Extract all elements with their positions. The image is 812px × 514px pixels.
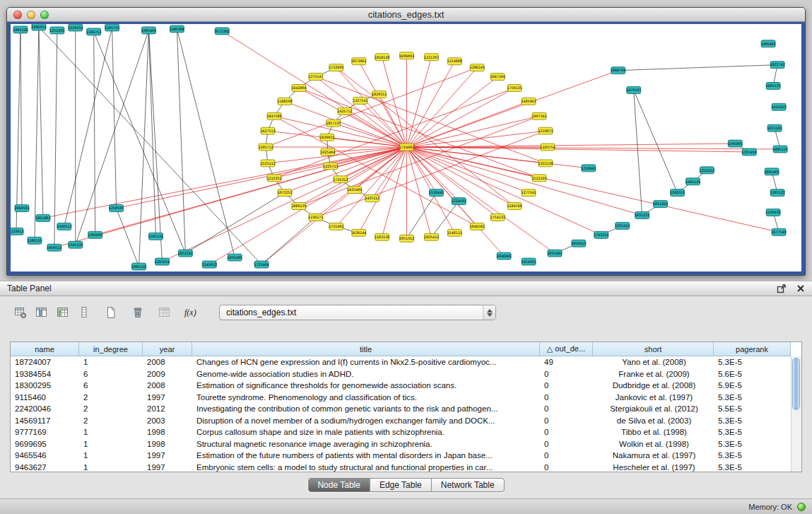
- network-node[interactable]: 1103754: [540, 144, 555, 151]
- network-node[interactable]: 1905405: [761, 40, 776, 47]
- table-row[interactable]: 911546021997Tourette syndrome. Phenomeno…: [11, 392, 791, 404]
- network-node[interactable]: 1850415: [571, 240, 586, 247]
- network-node[interactable]: 1655105: [767, 124, 782, 132]
- network-node[interactable]: 1035405: [228, 254, 242, 261]
- network-node[interactable]: 1550254: [68, 24, 83, 31]
- import-table-button[interactable]: [54, 303, 72, 322]
- table-row[interactable]: 977716911998Corpus callosum shape and si…: [11, 426, 791, 438]
- network-node[interactable]: 1219873: [538, 127, 553, 134]
- network-node[interactable]: 1505132: [148, 233, 163, 240]
- network-node[interactable]: 1822742: [770, 62, 785, 69]
- network-node[interactable]: 1605405: [765, 168, 779, 175]
- network-node[interactable]: 1224501: [452, 198, 466, 205]
- table-row[interactable]: 1872400712008Changes of HCN gene express…: [11, 356, 791, 368]
- network-node[interactable]: 1847580: [267, 112, 282, 119]
- tab-edge-table[interactable]: Edge Table: [370, 479, 432, 491]
- column-header[interactable]: pagerank: [714, 342, 791, 356]
- network-node[interactable]: 1210845: [581, 165, 596, 172]
- network-node[interactable]: 1184760: [507, 203, 522, 210]
- network-node[interactable]: 1857135: [326, 119, 341, 127]
- network-node[interactable]: 1327541: [353, 97, 367, 104]
- table-row[interactable]: 946362711997Embryonic stem cells: a mode…: [11, 462, 791, 473]
- network-node[interactable]: 2086954: [31, 24, 46, 30]
- close-window-button[interactable]: [13, 11, 22, 19]
- network-node[interactable]: 1250505: [109, 205, 124, 212]
- zoom-window-button[interactable]: [40, 11, 49, 19]
- network-node[interactable]: 1425712: [337, 107, 352, 115]
- network-node[interactable]: 1097341: [532, 112, 547, 119]
- network-node[interactable]: 1221397: [424, 54, 439, 61]
- network-node[interactable]: 1851261: [653, 201, 668, 208]
- network-node[interactable]: 1925404: [320, 148, 335, 156]
- network-node[interactable]: 1724082: [399, 144, 414, 151]
- function-builder-button[interactable]: f(x): [182, 303, 201, 322]
- network-node[interactable]: 1073253: [277, 189, 292, 197]
- table-row[interactable]: 1830029562008Estimation of significance …: [11, 380, 791, 392]
- table-settings-button[interactable]: [11, 303, 30, 322]
- network-node[interactable]: 1852241: [178, 250, 193, 257]
- network-node[interactable]: 1518445: [429, 189, 444, 197]
- network-node[interactable]: 1225713: [323, 163, 338, 170]
- network-node[interactable]: 1679197: [626, 86, 641, 93]
- network-node[interactable]: 1851901: [35, 214, 50, 221]
- network-node[interactable]: 1677540: [772, 228, 787, 235]
- network-node[interactable]: 1405125: [686, 178, 700, 185]
- network-node[interactable]: 1275147: [308, 74, 323, 81]
- network-node[interactable]: 1236171: [308, 214, 323, 221]
- minimize-window-button[interactable]: [27, 11, 35, 19]
- network-node[interactable]: 1866794: [611, 67, 625, 74]
- network-node[interactable]: 1759135: [507, 85, 522, 92]
- network-table-select[interactable]: citations_edges.txt: [219, 305, 496, 320]
- table-row[interactable]: 2242004622012Investigating the contribut…: [11, 403, 791, 415]
- network-node[interactable]: 1525112: [261, 160, 276, 167]
- network-node[interactable]: 1352212: [700, 167, 714, 174]
- network-node[interactable]: 1186135: [27, 237, 42, 244]
- network-node[interactable]: 1924501: [522, 258, 536, 265]
- network-node[interactable]: 1188598: [277, 98, 292, 105]
- network-node[interactable]: 1215351: [267, 175, 282, 182]
- scrollbar-thumb[interactable]: [792, 358, 800, 410]
- network-node[interactable]: 1735313: [333, 176, 348, 183]
- network-node[interactable]: 1590513: [57, 223, 71, 230]
- float-panel-icon[interactable]: [777, 284, 787, 293]
- network-node[interactable]: 1625404: [347, 187, 362, 194]
- network-node[interactable]: 1220435: [766, 209, 781, 216]
- network-node[interactable]: 2051352: [399, 235, 414, 242]
- network-node[interactable]: 1202553: [670, 189, 685, 197]
- window-titlebar[interactable]: citations_edges.txt: [7, 8, 805, 22]
- network-node[interactable]: 1636144: [351, 229, 366, 236]
- network-node[interactable]: 1722605: [329, 64, 343, 71]
- network-node[interactable]: 1995405: [141, 27, 156, 34]
- tab-node-table[interactable]: Node Table: [308, 479, 370, 491]
- network-node[interactable]: 1763254: [594, 231, 608, 238]
- network-node[interactable]: 1046581: [470, 223, 485, 230]
- network-node[interactable]: 1286245: [470, 64, 485, 71]
- network-node[interactable]: 2245012: [202, 261, 217, 268]
- delete-table-button[interactable]: [129, 303, 147, 322]
- column-chooser-button[interactable]: [33, 303, 51, 322]
- column-header[interactable]: △ out_de...: [540, 342, 593, 356]
- network-node[interactable]: 1605125: [766, 83, 781, 90]
- network-node[interactable]: 1263254: [155, 258, 170, 265]
- network-node[interactable]: 1818130: [375, 54, 389, 61]
- network-node[interactable]: 1485063: [522, 98, 536, 105]
- network-node[interactable]: 1105755: [105, 24, 119, 31]
- network-node[interactable]: 9572302: [215, 28, 230, 35]
- network-node[interactable]: 1825413: [424, 233, 439, 240]
- network-node[interactable]: 1595805: [728, 140, 743, 147]
- vertical-scrollbar[interactable]: [791, 356, 801, 472]
- table-row[interactable]: 1938455462009Genome-wide association stu…: [11, 368, 791, 380]
- network-node[interactable]: 1205605: [88, 231, 102, 238]
- column-header[interactable]: title: [192, 342, 540, 356]
- network-node[interactable]: 1548111: [447, 229, 462, 236]
- tab-network-table[interactable]: Network Table: [432, 479, 504, 491]
- table-row[interactable]: 946554611997Estimation of the future num…: [11, 450, 791, 462]
- network-node[interactable]: 1889135: [291, 203, 306, 210]
- network-node[interactable]: 1642004: [291, 85, 306, 92]
- column-header[interactable]: short: [593, 342, 714, 356]
- network-node[interactable]: 1085125: [773, 146, 788, 153]
- network-node[interactable]: 1046045: [497, 252, 512, 259]
- network-canvas[interactable]: 1724082110375412198731097341148506317591…: [11, 24, 801, 271]
- network-node[interactable]: 1627513: [261, 127, 276, 134]
- network-node[interactable]: 1186752: [86, 28, 101, 35]
